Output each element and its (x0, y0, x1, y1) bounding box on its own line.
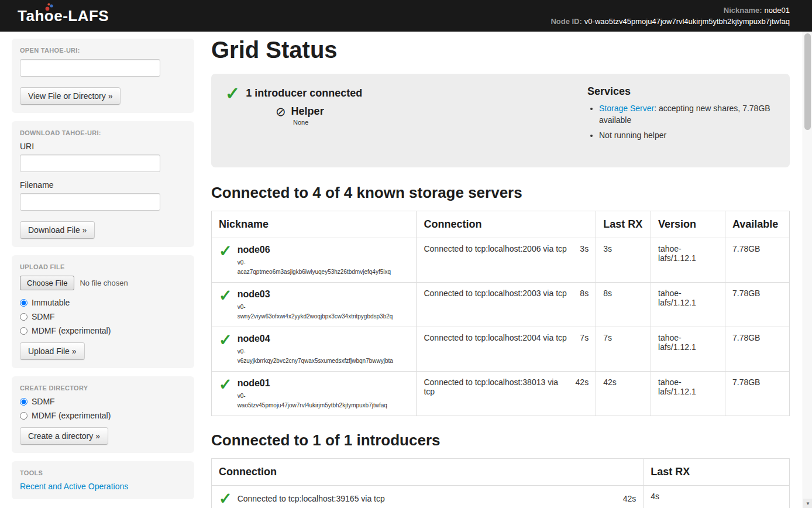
node-info: Nickname:node01 Node ID:v0-wao5tzv45pmoj… (550, 5, 790, 28)
grid-summary-well: ✓ 1 introducer connected ⊘ Helper None S… (211, 74, 790, 167)
radio-upload-sdmf[interactable]: SDMF (20, 312, 186, 321)
no-helper-icon: ⊘ (276, 105, 286, 118)
create-directory-button[interactable]: Create a directory » (20, 427, 108, 445)
filename-input[interactable] (20, 193, 160, 211)
version-cell: tahoe-lafs/1.12.1 (651, 372, 725, 416)
uri-field-label: URI (20, 142, 186, 151)
storage-servers-heading: Connected to 4 of 4 known storage server… (211, 184, 790, 202)
connection-age: 42s (576, 377, 589, 396)
services-list: Storage Server: accepting new shares, 7.… (587, 102, 773, 141)
nickname-value: node01 (765, 6, 790, 15)
node-id-row: Node ID:v0-wao5tzv45pmoju47jow7rvl4ukirj… (550, 16, 790, 28)
available-cell: 7.78GB (725, 327, 789, 372)
node-id-label: Node ID: (550, 17, 582, 26)
nickname-row: Nickname:node01 (550, 5, 790, 16)
server-node-id: v0- v6zuyjkbrrkqy2bvc2cny7qwax5sxumedsxf… (238, 347, 393, 365)
open-uri-input[interactable] (20, 59, 160, 77)
col-nickname: Nickname (212, 211, 417, 238)
last-rx-cell: 7s (596, 327, 651, 372)
introducers-heading: Connected to 1 of 1 introducers (211, 431, 790, 449)
connection-cell: Connected to tcp:localhost:2004 via tcp … (417, 327, 596, 372)
last-rx-cell: 42s (596, 372, 651, 416)
nickname-cell: ✓ node04 v0- v6zuyjkbrrkqy2bvc2cny7qwax5… (212, 327, 417, 372)
server-nickname: node04 (238, 333, 393, 344)
radio-dir-sdmf[interactable]: SDMF (20, 397, 186, 406)
open-uri-panel: OPEN TAHOE-URI: View File or Directory » (12, 39, 194, 113)
view-file-button[interactable]: View File or Directory » (20, 87, 121, 105)
radio-dir-mdmf[interactable]: MDMF (experimental) (20, 411, 186, 420)
recent-operations-link[interactable]: Recent and Active Operations (20, 482, 128, 491)
table-row: ✓ node06 v0- acaz7qptmeo6m3asjlgkb6iwlyu… (212, 238, 790, 283)
radio-immutable-input[interactable] (20, 299, 27, 307)
connected-check-icon: ✓ (219, 244, 232, 276)
helper-detail: None (293, 119, 587, 126)
connection-age: 8s (580, 289, 589, 298)
scrollbar-thumb[interactable] (804, 33, 811, 130)
col-version: Version (651, 211, 725, 238)
connection-age: 42s (623, 494, 636, 503)
create-directory-label: CREATE DIRECTORY (20, 385, 186, 392)
server-nickname: node03 (238, 289, 393, 300)
version-cell: tahoe-lafs/1.12.1 (651, 327, 725, 372)
introducers-table: Connection Last RX ✓ Connected to tcp:lo… (211, 458, 790, 508)
logo-text: Tahoe-LAFS (18, 7, 109, 25)
download-file-button[interactable]: Download File » (20, 221, 95, 239)
nickname-cell: ✓ node01 v0- wao5tzv45pmoju47jow7rvl4uki… (212, 372, 417, 416)
tahoe-lafs-logo[interactable]: Tahoe-LAFS (18, 7, 109, 25)
available-cell: 7.78GB (725, 283, 789, 327)
radio-upload-mdmf-input[interactable] (20, 327, 27, 335)
vertical-scrollbar[interactable]: ▼ (803, 32, 812, 508)
node-id-value: v0-wao5tzv45pmoju47jow7rvl4ukirjm5ytbh2k… (584, 17, 790, 26)
server-nickname: node06 (238, 244, 391, 255)
scroll-down-arrow-icon[interactable]: ▼ (803, 499, 812, 508)
download-panel: DOWNLOAD TAHOE-URI: URI Filename Downloa… (12, 121, 194, 247)
last-rx-cell: 8s (596, 283, 651, 327)
connection-cell: Connected to tcp:localhost:38013 via tcp… (417, 372, 596, 416)
server-nickname: node01 (238, 377, 387, 389)
services-title: Services (587, 85, 773, 98)
radio-upload-sdmf-input[interactable] (20, 313, 27, 321)
connection-age: 7s (580, 333, 589, 342)
radio-dir-mdmf-label: MDMF (experimental) (32, 411, 111, 420)
col-available: Available (725, 211, 789, 238)
helper-status-row: ⊘ Helper (276, 105, 587, 118)
radio-upload-sdmf-label: SDMF (32, 312, 55, 321)
storage-server-link[interactable]: Storage Server (599, 104, 654, 113)
choose-file-button[interactable]: Choose File (20, 276, 74, 290)
radio-dir-sdmf-label: SDMF (32, 397, 55, 406)
page-title: Grid Status (211, 37, 790, 63)
col-last-rx: Last RX (644, 459, 790, 486)
col-connection: Connection (212, 459, 644, 486)
last-rx-cell: 4s (644, 486, 790, 508)
top-header: Tahoe-LAFS Nickname:node01 Node ID:v0-wa… (0, 0, 812, 32)
available-cell: 7.78GB (725, 238, 789, 283)
col-connection: Connection (417, 211, 596, 238)
introducer-status-text: 1 introducer connected (246, 87, 362, 99)
introducer-table-header-row: Connection Last RX (212, 459, 790, 486)
tools-label: TOOLS (20, 469, 186, 476)
helper-label: Helper (291, 105, 324, 118)
upload-file-button[interactable]: Upload File » (20, 342, 85, 360)
radio-dir-sdmf-input[interactable] (20, 398, 27, 406)
connected-check-icon: ✓ (219, 377, 232, 410)
nickname-cell: ✓ node06 v0- acaz7qptmeo6m3asjlgkb6iwlyu… (212, 238, 417, 283)
nickname-cell: ✓ node03 v0- swny2viyw63ofxwi4x2yykd2woq… (212, 283, 417, 327)
connection-cell: Connected to tcp:localhost:2003 via tcp … (417, 283, 596, 327)
services-panel: Services Storage Server: accepting new s… (587, 85, 776, 158)
radio-dir-mdmf-input[interactable] (20, 412, 27, 420)
nickname-label: Nickname: (724, 6, 762, 15)
radio-immutable[interactable]: Immutable (20, 298, 186, 307)
radio-upload-mdmf[interactable]: MDMF (experimental) (20, 326, 186, 335)
version-cell: tahoe-lafs/1.12.1 (651, 238, 725, 283)
available-cell: 7.78GB (725, 372, 789, 416)
storage-table-header-row: Nickname Connection Last RX Version Avai… (212, 211, 790, 238)
main-content: Grid Status ✓ 1 introducer connected ⊘ H… (211, 32, 790, 508)
download-uri-input[interactable] (20, 155, 160, 172)
upload-panel: UPLOAD FILE Choose File No file chosen I… (12, 255, 194, 368)
create-directory-panel: CREATE DIRECTORY SDMF MDMF (experimental… (12, 376, 194, 453)
table-row: ✓ node03 v0- swny2viyw63ofxwi4x2yykd2woq… (212, 283, 790, 327)
connection-cell: Connected to tcp:localhost:2006 via tcp … (417, 238, 596, 283)
connected-check-icon: ✓ (219, 333, 232, 365)
sidebar: OPEN TAHOE-URI: View File or Directory »… (12, 39, 194, 507)
helper-service-text: Not running helper (599, 131, 666, 140)
